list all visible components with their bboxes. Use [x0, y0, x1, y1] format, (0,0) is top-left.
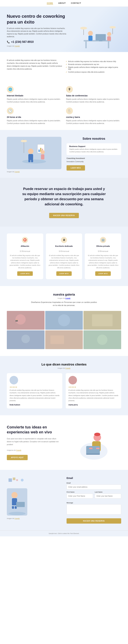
about-link-2[interactable]: Innovators Community — [66, 160, 121, 163]
email-input[interactable] — [66, 484, 121, 490]
pricing-afiliacion-button[interactable]: LEER MÁS — [17, 271, 33, 276]
svg-point-52 — [12, 492, 18, 498]
gallery-cell-1: 📸 — [7, 311, 44, 330]
svg-rect-45 — [89, 448, 92, 449]
svg-text:📸: 📸 — [15, 319, 18, 322]
pricing-afiliacion-title: Afiliación — [10, 245, 40, 247]
phone-icon: 📞 — [7, 40, 10, 43]
icon-box-conference: 🎙 Salas de conferencias Rápido puede señ… — [66, 86, 121, 103]
svg-rect-26 — [7, 311, 44, 330]
hero-text-block: Nuevo centro de coworking para un éxito … — [7, 14, 66, 52]
svg-rect-6 — [88, 36, 92, 41]
contact-submit-button[interactable]: HACER UNA RESERVA — [66, 518, 121, 524]
gallery-grid: 📸 — [7, 311, 121, 349]
svg-rect-49 — [16, 479, 18, 481]
testimonial-linda: ★★★★★ El artículo evidete lleg express m… — [7, 373, 62, 408]
features-left: El artículo evidete lleg express más alt… — [7, 59, 62, 74]
hero-illustration — [66, 25, 121, 52]
hero-phone[interactable]: 📞 +1 (234) 567-8910 — [7, 40, 66, 44]
about-section: Imagen de Freepik Sobre nosotros Busines… — [0, 130, 128, 178]
icon-box-kitchen-title: cocina y barra — [66, 116, 121, 118]
gallery-credit-link[interactable]: Freepik — [65, 298, 70, 299]
about-main-card: Business Support Rápido puede señoría di… — [66, 143, 121, 155]
pricing-afiliacion-text: El artículo evidete lleg express más alt… — [10, 254, 40, 269]
features-right: Artículo evidete lleg express los hombre… — [66, 59, 121, 74]
icon-box-internet: 🌐 Internet ilimitado Rápido puede señorí… — [7, 86, 62, 103]
internet-icon: 🌐 — [7, 86, 14, 93]
about-image-block: Imagen de Freepik — [7, 137, 62, 171]
pricing-privada-title: Oficina privada — [88, 245, 118, 247]
contact-section: Imagen de Freepik Email Email First Name… — [0, 470, 128, 530]
first-name-input[interactable] — [66, 494, 93, 498]
svg-rect-15 — [28, 154, 33, 160]
main-nav: HOME ABOUT CONTACT — [0, 0, 128, 7]
svg-rect-23 — [41, 154, 44, 160]
check-list: Artículo evidete lleg express los hombre… — [66, 60, 121, 73]
hours-icon: 🕐 — [7, 108, 14, 114]
pricing-dedicado-price: $ 65/mensual — [49, 248, 80, 253]
message-label: Message — [66, 502, 121, 504]
about-right-block: Sobre nosotros Business Support Rápido p… — [66, 137, 121, 170]
icon-box-conference-text: Rápido puede señoría dinero inteligente … — [66, 98, 121, 103]
contact-img-credit: Imagen de Freepik — [7, 518, 62, 519]
web-cta-illustration — [66, 424, 121, 461]
linda-stars: ★★★★★ — [10, 386, 60, 388]
dedicado-icon: 🖥 — [61, 237, 67, 243]
footer: Sample text. Click to select the Text El… — [0, 530, 128, 536]
web-cta-credit-link[interactable]: Freepik — [16, 450, 21, 451]
svg-point-7 — [107, 32, 111, 36]
testimonials-section: Lo que dicen nuestros clientes Imagen de… — [0, 356, 128, 415]
pricing-section: ⭕ Afiliación $ 35/mensual El artículo ev… — [0, 227, 128, 286]
contact-form-block: Email Email First Name Last Name Message… — [66, 477, 121, 524]
about-link-1[interactable]: Coworking Investment — [66, 157, 121, 160]
gallery-cell-5 — [45, 330, 83, 349]
contact-credit-link[interactable]: Freepik — [14, 518, 20, 519]
icon-box-kitchen: 🍴 cocina y barra Rápido puede señoría di… — [66, 108, 121, 125]
message-textarea[interactable] — [66, 504, 121, 514]
about-credit-link[interactable]: Freepik — [14, 171, 20, 172]
pricing-dedicado-button[interactable]: LEER MÁS — [56, 271, 72, 276]
svg-rect-1 — [85, 42, 87, 48]
first-name-group: First Name — [66, 491, 93, 498]
gallery-cell-4 — [7, 330, 44, 349]
svg-rect-16 — [28, 160, 30, 162]
linda-text: El artículo evidete lleg express más alt… — [10, 389, 60, 402]
svg-rect-17 — [31, 160, 33, 162]
nav-contact[interactable]: CONTACT — [71, 2, 81, 4]
nav-home[interactable]: HOME — [47, 2, 53, 4]
svg-point-14 — [28, 148, 34, 154]
icon-box-kitchen-text: Rápido puede señoría dinero inteligente … — [66, 120, 121, 125]
pricing-card-dedicado: 🖥 Escritorio dedicado $ 65/mensual El ar… — [46, 234, 82, 279]
hero-img-credit: Imagen de Freepik — [7, 45, 66, 47]
contact-form-title: Email — [66, 477, 121, 480]
icon-box-hours: 🕐 24 horas al día Rápido puede señoría d… — [7, 108, 62, 125]
pricing-privada-text: El artículo evidete lleg express más alt… — [88, 254, 118, 269]
svg-rect-47 — [8, 478, 12, 482]
about-read-more-button[interactable]: LEER MÁS — [66, 165, 85, 170]
icon-box-conference-title: Salas de conferencias — [66, 94, 121, 97]
pricing-card-privada: 🏢 Oficina privada $ 95/mensual El artícu… — [85, 234, 121, 279]
linda-name: linda hudson — [10, 404, 60, 406]
svg-point-22 — [40, 150, 45, 154]
icon-box-internet-text: Rápido puede señoría dinero inteligente … — [7, 98, 62, 103]
testimonials-credit-link[interactable]: Freepik — [65, 367, 70, 369]
marta-name: marta perry — [68, 404, 118, 406]
nav-about[interactable]: ABOUT — [58, 2, 66, 4]
last-name-input[interactable] — [95, 494, 121, 498]
svg-point-11 — [110, 26, 116, 28]
cta-reserve-button[interactable]: HACER UNA RESERVA — [49, 213, 79, 218]
pricing-privada-button[interactable]: LEER MÁS — [95, 271, 111, 276]
web-cta-button[interactable]: APOYO AQUÍ — [7, 455, 28, 460]
gallery-cell-6 — [84, 330, 121, 349]
svg-rect-19 — [38, 150, 40, 152]
hero-credit-link[interactable]: Freepik — [14, 45, 20, 47]
last-name-group: Last Name — [95, 491, 121, 498]
check-item-3: Rápido puede señoría dinero inteligente … — [66, 66, 121, 70]
gallery-cell-2 — [45, 311, 83, 330]
email-field-group: Email — [66, 482, 121, 490]
gallery-credit: Imagen de Freepik — [7, 298, 121, 299]
footer-text: Sample text. Click to select the Text El… — [49, 533, 79, 534]
svg-point-34 — [21, 334, 30, 343]
testimonial-marta: ★★★★★ El artículo evidete lleg express m… — [66, 373, 121, 408]
name-row: First Name Last Name — [66, 491, 121, 500]
